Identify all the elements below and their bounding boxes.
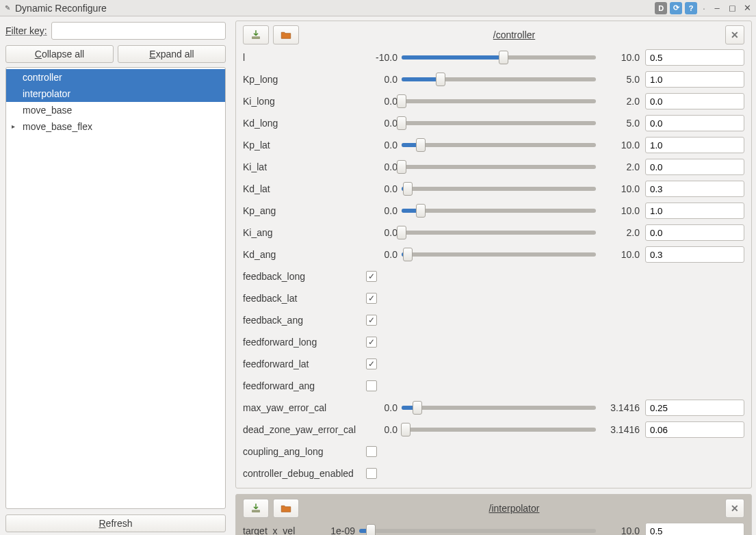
param-row: controller_debug_enabled	[243, 465, 744, 482]
open-config-button[interactable]	[273, 499, 299, 518]
param-max: 10.0	[601, 183, 640, 194]
param-value-input[interactable]	[645, 115, 744, 131]
param-slider[interactable]	[402, 428, 596, 432]
slider-thumb[interactable]	[499, 51, 508, 64]
tree-item-controller[interactable]: controller	[6, 69, 225, 86]
close-panel-button[interactable]: ✕	[725, 499, 744, 518]
param-name: Ki_ang	[243, 227, 366, 238]
param-slider[interactable]	[402, 231, 596, 235]
refresh-button[interactable]: Refresh	[5, 514, 226, 532]
param-checkbox[interactable]: ✓	[366, 271, 377, 282]
slider-thumb[interactable]	[436, 73, 445, 86]
tree-item-move_base[interactable]: move_base	[6, 102, 225, 118]
param-checkbox[interactable]	[366, 446, 377, 457]
expand-all-button[interactable]: Expand all	[118, 45, 226, 63]
param-row: Kp_lat0.010.0	[243, 136, 744, 154]
slider-thumb[interactable]	[366, 524, 376, 535]
slider-thumb[interactable]	[413, 401, 422, 415]
param-value-input[interactable]	[645, 137, 744, 153]
param-checkbox[interactable]: ✓	[366, 315, 377, 326]
save-config-button[interactable]	[243, 499, 269, 518]
param-value-input[interactable]	[645, 523, 744, 535]
param-row: Kd_ang0.010.0	[243, 246, 744, 263]
save-config-button[interactable]	[243, 25, 269, 44]
pin-icon: ✎	[3, 3, 12, 13]
param-row: Ki_long0.02.0	[243, 92, 744, 110]
minimize-button[interactable]: –	[711, 2, 723, 14]
slider-thumb[interactable]	[397, 226, 406, 239]
param-row: Ki_lat0.02.0	[243, 158, 744, 176]
param-slider[interactable]	[402, 55, 596, 60]
param-row: l-10.010.0	[243, 49, 744, 66]
param-min: 1e-09	[320, 525, 355, 535]
param-slider[interactable]	[359, 529, 596, 533]
param-row: dead_zone_yaw_error_cal0.03.1416	[243, 421, 744, 439]
param-value-input[interactable]	[645, 246, 744, 263]
param-slider[interactable]	[402, 143, 596, 147]
param-max: 3.1416	[601, 402, 640, 413]
param-value-input[interactable]	[645, 400, 744, 416]
titlebar: ✎ Dynamic Reconfigure D ⟳ ? · – ◻ ✕	[0, 0, 756, 16]
param-name: dead_zone_yaw_error_cal	[243, 424, 366, 435]
system-tray: D ⟳ ? · – ◻ ✕	[655, 2, 753, 14]
filter-label: Filter key:	[5, 25, 47, 36]
param-value-input[interactable]	[645, 93, 744, 109]
param-slider[interactable]	[402, 252, 596, 257]
param-value-input[interactable]	[645, 159, 744, 175]
slider-thumb[interactable]	[403, 248, 413, 261]
slider-thumb[interactable]	[397, 94, 406, 108]
param-checkbox[interactable]: ✓	[366, 337, 377, 348]
param-slider[interactable]	[402, 99, 596, 103]
param-value-input[interactable]	[645, 71, 744, 88]
param-name: Ki_long	[243, 96, 366, 107]
param-value-input[interactable]	[645, 421, 744, 438]
tree-item-interpolator[interactable]: interpolator	[6, 86, 225, 102]
close-panel-button[interactable]: ✕	[725, 25, 744, 44]
param-slider[interactable]	[402, 77, 596, 81]
slider-thumb[interactable]	[397, 116, 406, 130]
tray-divider: ·	[703, 3, 705, 14]
param-row: Kp_long0.05.0	[243, 70, 744, 88]
svg-rect-0	[252, 36, 260, 39]
param-max: 2.0	[601, 96, 640, 107]
tree-item-move_base_flex[interactable]: move_base_flex	[6, 118, 225, 135]
param-checkbox[interactable]	[366, 380, 377, 391]
param-row: feedback_ang✓	[243, 311, 744, 329]
close-window-button[interactable]: ✕	[741, 2, 753, 14]
node-tree[interactable]: controllerinterpolatormove_basemove_base…	[5, 67, 226, 509]
param-slider[interactable]	[402, 209, 596, 213]
slider-thumb[interactable]	[416, 204, 426, 218]
param-checkbox[interactable]: ✓	[366, 358, 377, 369]
param-name: target_x_vel	[243, 525, 320, 535]
param-row: feedforward_ang	[243, 377, 744, 395]
param-slider[interactable]	[402, 406, 596, 410]
tray-refresh-icon: ⟳	[670, 2, 682, 14]
param-value-input[interactable]	[645, 224, 744, 241]
param-name: Kd_long	[243, 118, 366, 129]
param-name: feedforward_long	[243, 337, 366, 348]
open-config-button[interactable]	[273, 25, 299, 44]
panel-title: /controller	[303, 29, 725, 40]
param-name: feedback_lat	[243, 293, 366, 304]
param-slider[interactable]	[402, 121, 596, 125]
slider-thumb[interactable]	[416, 138, 426, 152]
param-max: 5.0	[601, 118, 640, 129]
slider-thumb[interactable]	[397, 160, 406, 174]
slider-thumb[interactable]	[401, 423, 410, 436]
param-slider[interactable]	[402, 187, 596, 191]
tray-help-icon[interactable]: ?	[685, 2, 697, 14]
filter-input[interactable]	[51, 22, 226, 40]
slider-thumb[interactable]	[403, 182, 413, 196]
param-min: 0.0	[366, 74, 397, 85]
param-checkbox[interactable]: ✓	[366, 293, 377, 304]
param-min: 0.0	[366, 227, 397, 238]
param-value-input[interactable]	[645, 181, 744, 197]
param-value-input[interactable]	[645, 203, 744, 219]
param-min: 0.0	[366, 183, 397, 194]
collapse-all-button[interactable]: Collapse all	[5, 45, 114, 63]
param-value-input[interactable]	[645, 49, 744, 66]
config-panel: /interpolator✕target_x_vel1e-0910.0targe…	[235, 494, 752, 535]
maximize-button[interactable]: ◻	[726, 2, 738, 14]
param-slider[interactable]	[402, 165, 596, 169]
param-checkbox[interactable]	[366, 468, 377, 479]
